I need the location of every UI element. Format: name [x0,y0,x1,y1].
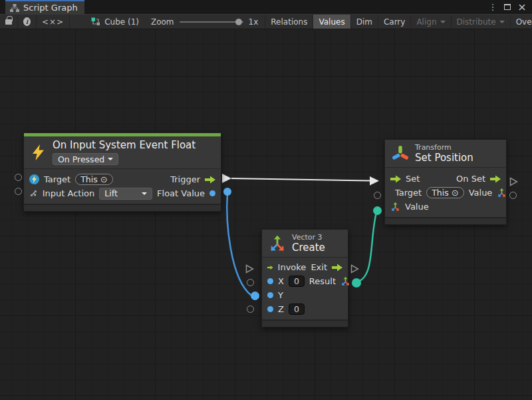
graph-toolbar: i <×> Cube (1) Zoom 1x Relations Values … [0,14,532,29]
values-button[interactable]: Values [313,15,350,29]
zoom-slider-handle[interactable] [235,19,242,25]
transform-icon [392,145,409,162]
lock-button[interactable] [0,15,18,29]
zoom-control: Zoom 1x [144,15,265,29]
event-mode-dropdown[interactable]: On Pressed [53,153,118,165]
vector3-body: Invoke Exit X 0 Result [262,257,348,319]
vector3-header: Vector 3 Create [262,230,348,257]
float-value-port-label: Float Value [157,188,205,198]
input-action-value: Lift [104,188,118,198]
port-z-input[interactable] [247,305,254,313]
input-action-port-label: Input Action [43,188,95,198]
y-port-label: Y [278,290,283,300]
maximize-glyph [504,4,511,10]
event-node-body: Target This ⊙ Trigger [24,168,221,204]
flow-arrow-icon[interactable] [267,264,273,272]
exit-port-label: Exit [311,262,327,272]
set-target-this-picker[interactable]: This ⊙ [426,187,464,198]
graph-owner[interactable]: Cube (1) [86,15,144,29]
input-action-icon [29,188,38,198]
x-row: X 0 Result [262,274,348,288]
vector3-footer[interactable] [262,319,348,327]
vector3-mini-icon[interactable] [340,276,350,286]
set-target-port-label: Target [395,188,422,198]
dim-button[interactable]: Dim [351,15,378,29]
port-setposition-value-input[interactable] [373,206,382,215]
port-invoke-input[interactable] [245,264,254,274]
code-view-button[interactable]: <×> [37,15,70,29]
node-on-input-system-event-float[interactable]: On Input System Event Float On Pressed T… [23,132,221,212]
vector3-title: Create [292,242,325,254]
z-row: Z 0 [262,302,348,316]
port-y-input[interactable] [251,292,259,300]
event-input-action-row: Input Action Lift Float Value [24,186,221,200]
overview-button[interactable]: Overview [511,15,532,29]
window-menu-icon[interactable]: ⋮ [487,1,499,13]
zoom-label: Zoom [151,17,174,27]
port-float-value-output[interactable] [223,188,231,196]
object-picker-icon: ⊙ [452,188,459,198]
port-setposition-value-output[interactable] [509,192,517,199]
target-this-picker[interactable]: This ⊙ [75,174,112,185]
flow-arrow-icon[interactable] [205,176,215,184]
window-maximize-icon[interactable] [501,1,513,13]
event-mode-value: On Pressed [58,154,104,164]
vector3-mini-icon[interactable] [390,202,400,212]
graph-owner-label: Cube (1) [104,17,139,27]
chevron-down-icon [142,192,147,195]
invoke-port-label: Invoke [278,262,307,272]
input-action-dropdown[interactable]: Lift [99,188,152,200]
port-result-output[interactable] [352,278,361,288]
port-onset-output[interactable] [509,177,518,186]
set-row: Set On Set [385,172,506,186]
z-value-input[interactable]: 0 [289,303,305,315]
set-port-label: Set [406,174,420,184]
set-target-value: This [432,188,449,198]
float-port-icon[interactable] [267,306,273,312]
tab-bar: Script Graph ⋮ × [0,0,532,14]
align-button[interactable]: Align [411,15,451,29]
port-setposition-target-input[interactable] [374,192,381,199]
event-node-footer[interactable] [24,204,221,211]
flow-arrow-icon[interactable] [490,175,501,183]
node-transform-set-position[interactable]: Transform Set Position Set On Set Targe [384,139,507,225]
float-port-icon[interactable] [267,278,273,284]
set-value-row: Value [385,200,506,214]
x-value-input[interactable]: 0 [289,276,305,287]
port-event-target-input[interactable] [15,174,22,181]
float-port-icon[interactable] [209,190,215,196]
x-port-label: X [278,276,284,286]
port-x-input[interactable] [247,279,254,286]
y-row: Y [262,288,348,302]
window-close-icon[interactable]: × [516,1,528,13]
trigger-port-label: Trigger [170,174,200,184]
set-position-title: Set Position [415,152,473,164]
invoke-row: Invoke Exit [262,260,348,274]
vector3-category: Vector 3 [292,233,323,242]
info-button[interactable]: i [18,15,37,29]
z-port-label: Z [278,304,284,314]
set-position-header: Transform Set Position [385,140,506,167]
port-event-inputaction-input[interactable] [15,188,22,195]
on-set-port-label: On Set [456,174,485,184]
object-picker-icon: ⊙ [100,174,108,184]
tab-script-graph[interactable]: Script Graph [5,0,84,14]
set-position-body: Set On Set Target This ⊙ Value [385,167,506,217]
value-in-port-label: Value [405,202,429,212]
port-exit-output[interactable] [350,264,359,274]
lock-icon [5,19,12,25]
vector3-mini-icon[interactable] [497,188,507,198]
flow-arrow-icon[interactable] [390,175,401,183]
distribute-button[interactable]: Distribute [452,15,511,29]
info-icon: i [23,17,31,26]
flow-arrow-icon[interactable] [332,264,342,272]
result-port-label: Result [309,276,336,286]
distribute-label: Distribute [457,17,496,27]
lightning-bolt-icon [31,144,47,161]
relations-button[interactable]: Relations [265,15,313,29]
carry-button[interactable]: Carry [378,15,412,29]
set-position-footer[interactable] [385,217,506,224]
node-vector3-create[interactable]: Vector 3 Create Invoke Exit X 0 Result [261,229,348,327]
zoom-slider[interactable] [180,21,243,23]
float-port-icon[interactable] [267,292,273,298]
